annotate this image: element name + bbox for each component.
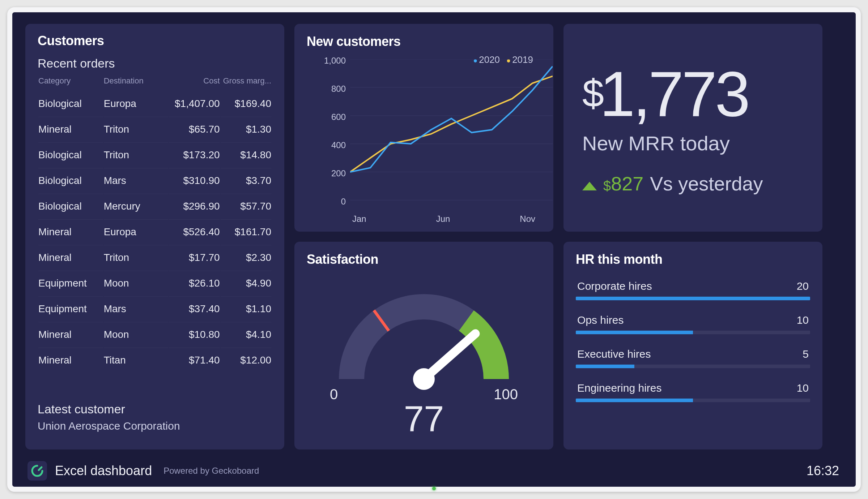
- cell-destination: Titan: [104, 348, 169, 373]
- cell-cost: $17.70: [169, 245, 220, 270]
- col-destination: Destination: [104, 73, 169, 91]
- mrr-delta-suffix: Vs yesterday: [650, 172, 763, 195]
- table-row: BiologicalTriton$173.20$14.80: [38, 142, 271, 167]
- dashboard-name: Excel dashboard: [55, 463, 152, 478]
- cell-destination: Moon: [104, 322, 169, 347]
- cell-cost: $26.10: [169, 271, 220, 296]
- cell-cost: $296.90: [169, 194, 220, 219]
- hr-item-value: 10: [797, 314, 809, 326]
- footer: Excel dashboard Powered by Geckoboard 16…: [25, 456, 843, 487]
- hr-item-label: Corporate hires: [577, 280, 652, 292]
- hr-bar-fill: [576, 399, 693, 402]
- cell-destination: Triton: [104, 117, 169, 142]
- cell-category: Mineral: [38, 322, 103, 347]
- recent-orders-title: Recent orders: [38, 56, 272, 70]
- table-row: EquipmentMoon$26.10$4.90: [38, 271, 271, 296]
- cell-cost: $37.40: [169, 296, 220, 321]
- cell-category: Biological: [38, 142, 103, 167]
- table-row: MineralTriton$65.70$1.30: [38, 117, 271, 142]
- y-tick: 1,000: [324, 56, 346, 66]
- x-tick: Nov: [520, 214, 535, 224]
- cell-cost: $65.70: [169, 117, 220, 142]
- cell-cost: $1,407.00: [169, 91, 220, 116]
- x-tick: Jan: [352, 214, 366, 224]
- cell-gross-margin: $169.40: [221, 91, 271, 116]
- x-axis-labels: Jan Jun Nov: [350, 214, 537, 224]
- cell-gross-margin: $57.70: [221, 194, 271, 219]
- mrr-delta-amount: $827: [603, 172, 643, 195]
- currency-symbol: $: [582, 71, 602, 115]
- hr-item: Corporate hires20: [576, 280, 810, 300]
- latest-customer-name: Union Aerospace Corporation: [38, 420, 180, 432]
- cell-destination: Mars: [104, 168, 169, 193]
- hr-item-value: 20: [797, 280, 809, 292]
- geckoboard-logo-icon: [27, 461, 47, 481]
- hr-item: Engineering hires10: [576, 382, 810, 402]
- cell-category: Mineral: [38, 245, 103, 270]
- clock: 16:32: [807, 463, 839, 478]
- hr-title: HR this month: [576, 252, 810, 267]
- cell-category: Mineral: [38, 348, 103, 373]
- arrow-up-icon: [582, 182, 597, 190]
- line-chart-svg: [350, 59, 553, 211]
- cell-gross-margin: $3.70: [221, 168, 271, 193]
- mrr-card: $1,773 New MRR today $827 Vs yesterday: [563, 24, 822, 232]
- cell-gross-margin: $4.90: [221, 271, 271, 296]
- hr-item-label: Ops hires: [577, 314, 624, 326]
- mrr-label: New MRR today: [582, 132, 810, 155]
- cell-category: Mineral: [38, 117, 103, 142]
- cell-destination: Triton: [104, 142, 169, 167]
- col-cost: Cost: [169, 73, 220, 91]
- y-tick: 600: [331, 112, 346, 122]
- cell-category: Biological: [38, 194, 103, 219]
- hr-bar: [576, 297, 810, 300]
- y-tick: 400: [331, 140, 346, 150]
- mrr-delta: $827 Vs yesterday: [582, 172, 810, 195]
- gauge-chart: [323, 271, 525, 390]
- currency-symbol: $: [603, 178, 611, 193]
- y-axis-labels: 1,000 800 600 400 200 0: [317, 56, 346, 211]
- customers-title: Customers: [38, 33, 272, 48]
- col-category: Category: [38, 73, 103, 91]
- customers-card: Customers Recent orders Category Destina…: [25, 24, 284, 449]
- delta-number: 827: [611, 173, 643, 194]
- cell-category: Biological: [38, 91, 103, 116]
- table-row: MineralEuropa$526.40$161.70: [38, 219, 271, 244]
- satisfaction-card: Satisfaction 0 100 77: [294, 242, 553, 449]
- table-row: MineralTriton$17.70$2.30: [38, 245, 271, 270]
- hr-bar-fill: [576, 331, 693, 334]
- cell-cost: $526.40: [169, 219, 220, 244]
- cell-gross-margin: $1.10: [221, 296, 271, 321]
- cell-gross-margin: $14.80: [221, 142, 271, 167]
- orders-table: Category Destination Cost Gross marg... …: [38, 73, 272, 373]
- y-tick: 0: [341, 197, 346, 207]
- cell-cost: $10.80: [169, 322, 220, 347]
- hr-bar-fill: [576, 365, 634, 368]
- hr-item: Ops hires10: [576, 314, 810, 334]
- svg-point-7: [413, 368, 435, 390]
- cell-cost: $173.20: [169, 142, 220, 167]
- hr-card: HR this month Corporate hires20Ops hires…: [563, 242, 822, 449]
- cell-destination: Europa: [104, 91, 169, 116]
- table-row: MineralMoon$10.80$4.10: [38, 322, 271, 347]
- powered-by: Powered by Geckoboard: [163, 466, 259, 476]
- table-row: BiologicalEuropa$1,407.00$169.40: [38, 91, 271, 116]
- cell-destination: Triton: [104, 245, 169, 270]
- x-tick: Jun: [436, 214, 450, 224]
- cell-category: Equipment: [38, 271, 103, 296]
- latest-customer-label: Latest customer: [38, 402, 180, 416]
- cell-gross-margin: $161.70: [221, 219, 271, 244]
- hr-bar: [576, 331, 810, 334]
- new-customers-chart: 2020 2019 1,000 800 600 400 200 0: [307, 52, 541, 225]
- y-tick: 800: [331, 84, 346, 94]
- y-tick: 200: [331, 168, 346, 178]
- cell-destination: Moon: [104, 271, 169, 296]
- new-customers-title: New customers: [307, 34, 541, 49]
- cell-destination: Europa: [104, 219, 169, 244]
- mrr-number: 1,773: [600, 59, 748, 129]
- cell-gross-margin: $12.00: [221, 348, 271, 373]
- gauge-min: 0: [330, 386, 338, 403]
- table-row: BiologicalMars$310.90$3.70: [38, 168, 271, 193]
- cell-gross-margin: $2.30: [221, 245, 271, 270]
- cell-gross-margin: $1.30: [221, 117, 271, 142]
